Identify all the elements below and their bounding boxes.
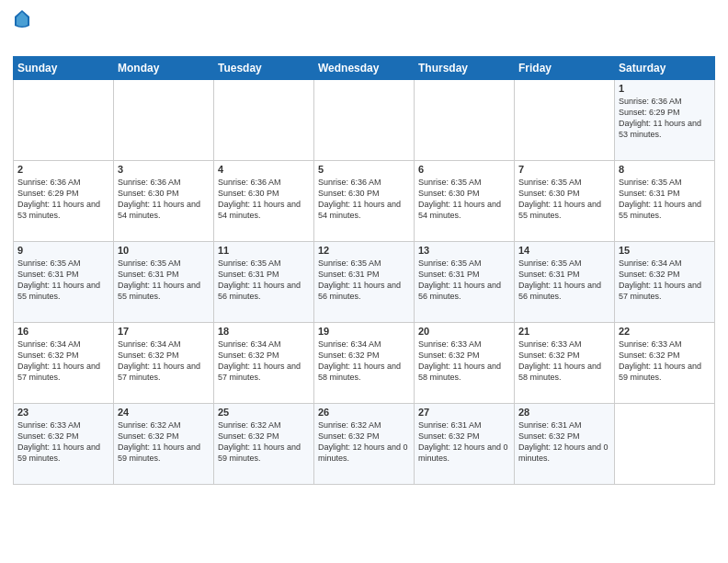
day-info: Sunrise: 6:33 AM Sunset: 6:32 PM Dayligh… bbox=[518, 339, 610, 384]
day-number: 21 bbox=[518, 326, 610, 337]
calendar-cell: 26Sunrise: 6:32 AM Sunset: 6:32 PM Dayli… bbox=[314, 404, 415, 485]
calendar-cell: 1Sunrise: 6:36 AM Sunset: 6:29 PM Daylig… bbox=[615, 80, 715, 161]
day-number: 11 bbox=[218, 245, 310, 256]
header-row: SundayMondayTuesdayWednesdayThursdayFrid… bbox=[14, 57, 715, 80]
calendar-cell: 6Sunrise: 6:35 AM Sunset: 6:30 PM Daylig… bbox=[415, 161, 515, 242]
calendar-cell: 19Sunrise: 6:34 AM Sunset: 6:32 PM Dayli… bbox=[314, 323, 415, 404]
calendar-cell: 9Sunrise: 6:35 AM Sunset: 6:31 PM Daylig… bbox=[14, 242, 114, 323]
day-info: Sunrise: 6:35 AM Sunset: 6:31 PM Dayligh… bbox=[518, 258, 610, 303]
calendar-cell: 20Sunrise: 6:33 AM Sunset: 6:32 PM Dayli… bbox=[415, 323, 515, 404]
calendar-cell bbox=[114, 80, 214, 161]
logo-icon bbox=[14, 9, 30, 29]
calendar-cell: 16Sunrise: 6:34 AM Sunset: 6:32 PM Dayli… bbox=[14, 323, 114, 404]
week-row-1: 1Sunrise: 6:36 AM Sunset: 6:29 PM Daylig… bbox=[14, 80, 715, 161]
day-info: Sunrise: 6:32 AM Sunset: 6:32 PM Dayligh… bbox=[318, 419, 410, 465]
week-row-4: 16Sunrise: 6:34 AM Sunset: 6:32 PM Dayli… bbox=[14, 323, 715, 404]
calendar-cell: 4Sunrise: 6:36 AM Sunset: 6:30 PM Daylig… bbox=[214, 161, 314, 242]
day-info: Sunrise: 6:35 AM Sunset: 6:30 PM Dayligh… bbox=[418, 177, 510, 222]
day-number: 24 bbox=[118, 407, 210, 418]
calendar-cell: 3Sunrise: 6:36 AM Sunset: 6:30 PM Daylig… bbox=[114, 161, 214, 242]
day-number: 1 bbox=[619, 83, 711, 94]
calendar-cell bbox=[14, 80, 114, 161]
col-header-friday: Friday bbox=[515, 57, 615, 80]
col-header-sunday: Sunday bbox=[14, 57, 114, 80]
calendar-cell: 28Sunrise: 6:31 AM Sunset: 6:32 PM Dayli… bbox=[515, 404, 615, 485]
day-info: Sunrise: 6:36 AM Sunset: 6:30 PM Dayligh… bbox=[118, 177, 210, 222]
day-info: Sunrise: 6:31 AM Sunset: 6:32 PM Dayligh… bbox=[418, 419, 510, 465]
calendar-table: SundayMondayTuesdayWednesdayThursdayFrid… bbox=[13, 56, 715, 485]
day-info: Sunrise: 6:35 AM Sunset: 6:31 PM Dayligh… bbox=[619, 177, 711, 222]
day-number: 10 bbox=[118, 245, 210, 256]
day-info: Sunrise: 6:36 AM Sunset: 6:30 PM Dayligh… bbox=[218, 177, 310, 222]
calendar-cell: 2Sunrise: 6:36 AM Sunset: 6:29 PM Daylig… bbox=[14, 161, 114, 242]
day-number: 9 bbox=[17, 245, 109, 256]
day-info: Sunrise: 6:34 AM Sunset: 6:32 PM Dayligh… bbox=[218, 339, 310, 384]
day-info: Sunrise: 6:35 AM Sunset: 6:31 PM Dayligh… bbox=[418, 258, 510, 303]
calendar-cell: 25Sunrise: 6:32 AM Sunset: 6:32 PM Dayli… bbox=[214, 404, 314, 485]
day-number: 14 bbox=[518, 245, 610, 256]
col-header-thursday: Thursday bbox=[415, 57, 515, 80]
day-info: Sunrise: 6:34 AM Sunset: 6:32 PM Dayligh… bbox=[318, 339, 410, 384]
col-header-wednesday: Wednesday bbox=[314, 57, 415, 80]
day-number: 25 bbox=[218, 407, 310, 418]
day-number: 3 bbox=[118, 164, 210, 175]
calendar-cell bbox=[415, 80, 515, 161]
day-info: Sunrise: 6:35 AM Sunset: 6:31 PM Dayligh… bbox=[118, 258, 210, 303]
day-info: Sunrise: 6:35 AM Sunset: 6:31 PM Dayligh… bbox=[318, 258, 410, 303]
header bbox=[13, 9, 715, 51]
day-number: 6 bbox=[418, 164, 510, 175]
calendar-cell: 15Sunrise: 6:34 AM Sunset: 6:32 PM Dayli… bbox=[615, 242, 715, 323]
day-number: 13 bbox=[418, 245, 510, 256]
day-number: 19 bbox=[318, 326, 410, 337]
day-number: 4 bbox=[218, 164, 310, 175]
day-info: Sunrise: 6:34 AM Sunset: 6:32 PM Dayligh… bbox=[17, 339, 109, 384]
day-info: Sunrise: 6:34 AM Sunset: 6:32 PM Dayligh… bbox=[619, 258, 711, 303]
day-number: 26 bbox=[318, 407, 410, 418]
day-number: 23 bbox=[17, 407, 109, 418]
calendar-cell: 23Sunrise: 6:33 AM Sunset: 6:32 PM Dayli… bbox=[14, 404, 114, 485]
col-header-monday: Monday bbox=[114, 57, 214, 80]
day-number: 15 bbox=[619, 245, 711, 256]
calendar-cell: 10Sunrise: 6:35 AM Sunset: 6:31 PM Dayli… bbox=[114, 242, 214, 323]
day-info: Sunrise: 6:32 AM Sunset: 6:32 PM Dayligh… bbox=[218, 419, 310, 465]
day-number: 27 bbox=[418, 407, 510, 418]
week-row-5: 23Sunrise: 6:33 AM Sunset: 6:32 PM Dayli… bbox=[14, 404, 715, 485]
week-row-2: 2Sunrise: 6:36 AM Sunset: 6:29 PM Daylig… bbox=[14, 161, 715, 242]
day-info: Sunrise: 6:35 AM Sunset: 6:31 PM Dayligh… bbox=[17, 258, 109, 303]
calendar-cell: 5Sunrise: 6:36 AM Sunset: 6:30 PM Daylig… bbox=[314, 161, 415, 242]
day-info: Sunrise: 6:32 AM Sunset: 6:32 PM Dayligh… bbox=[118, 419, 210, 465]
day-number: 16 bbox=[17, 326, 109, 337]
calendar-cell: 17Sunrise: 6:34 AM Sunset: 6:32 PM Dayli… bbox=[114, 323, 214, 404]
day-number: 12 bbox=[318, 245, 410, 256]
calendar-cell: 8Sunrise: 6:35 AM Sunset: 6:31 PM Daylig… bbox=[615, 161, 715, 242]
day-number: 8 bbox=[619, 164, 711, 175]
calendar-cell: 14Sunrise: 6:35 AM Sunset: 6:31 PM Dayli… bbox=[515, 242, 615, 323]
calendar-cell bbox=[214, 80, 314, 161]
day-info: Sunrise: 6:36 AM Sunset: 6:29 PM Dayligh… bbox=[17, 177, 109, 222]
calendar-cell: 7Sunrise: 6:35 AM Sunset: 6:30 PM Daylig… bbox=[515, 161, 615, 242]
calendar-cell: 12Sunrise: 6:35 AM Sunset: 6:31 PM Dayli… bbox=[314, 242, 415, 323]
day-number: 18 bbox=[218, 326, 310, 337]
calendar-cell: 11Sunrise: 6:35 AM Sunset: 6:31 PM Dayli… bbox=[214, 242, 314, 323]
day-number: 22 bbox=[619, 326, 711, 337]
day-number: 17 bbox=[118, 326, 210, 337]
day-info: Sunrise: 6:35 AM Sunset: 6:31 PM Dayligh… bbox=[218, 258, 310, 303]
day-number: 28 bbox=[518, 407, 610, 418]
calendar-cell: 24Sunrise: 6:32 AM Sunset: 6:32 PM Dayli… bbox=[114, 404, 214, 485]
day-info: Sunrise: 6:35 AM Sunset: 6:30 PM Dayligh… bbox=[518, 177, 610, 222]
day-info: Sunrise: 6:34 AM Sunset: 6:32 PM Dayligh… bbox=[118, 339, 210, 384]
calendar-cell bbox=[615, 404, 715, 485]
col-header-tuesday: Tuesday bbox=[214, 57, 314, 80]
day-number: 7 bbox=[518, 164, 610, 175]
calendar-cell: 27Sunrise: 6:31 AM Sunset: 6:32 PM Dayli… bbox=[415, 404, 515, 485]
day-info: Sunrise: 6:31 AM Sunset: 6:32 PM Dayligh… bbox=[518, 419, 610, 465]
calendar-cell: 21Sunrise: 6:33 AM Sunset: 6:32 PM Dayli… bbox=[515, 323, 615, 404]
week-row-3: 9Sunrise: 6:35 AM Sunset: 6:31 PM Daylig… bbox=[14, 242, 715, 323]
day-number: 5 bbox=[318, 164, 410, 175]
day-number: 2 bbox=[17, 164, 109, 175]
calendar-cell: 18Sunrise: 6:34 AM Sunset: 6:32 PM Dayli… bbox=[214, 323, 314, 404]
day-info: Sunrise: 6:33 AM Sunset: 6:32 PM Dayligh… bbox=[418, 339, 510, 384]
logo bbox=[13, 9, 32, 51]
calendar-cell bbox=[515, 80, 615, 161]
day-info: Sunrise: 6:36 AM Sunset: 6:30 PM Dayligh… bbox=[318, 177, 410, 222]
